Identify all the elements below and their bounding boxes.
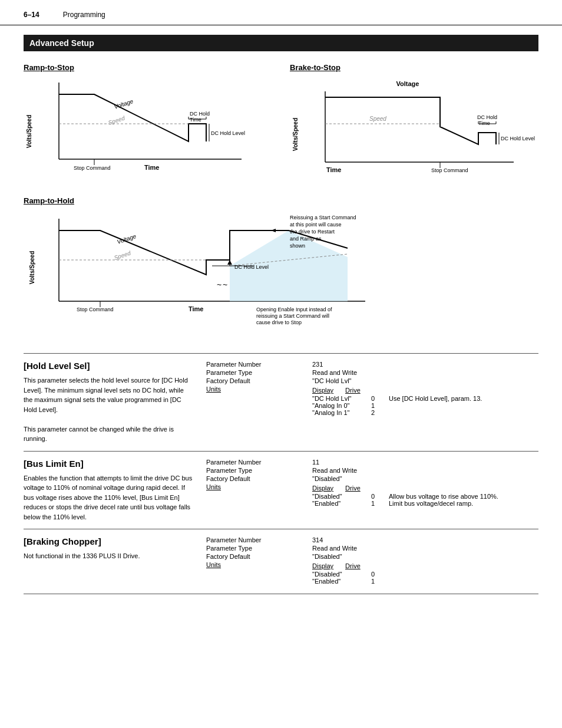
ramp-to-hold-title: Ramp-to-Hold bbox=[24, 196, 538, 205]
svg-text:at this point will cause: at this point will cause bbox=[290, 222, 342, 228]
svg-text:Opening Enable Input instead o: Opening Enable Input instead of bbox=[256, 307, 332, 312]
svg-text:Stop Command: Stop Command bbox=[77, 307, 114, 312]
svg-text:~: ~ bbox=[217, 280, 222, 289]
svg-text:reissuing a Start Command will: reissuing a Start Command will bbox=[256, 313, 329, 319]
display-col-header: Display bbox=[312, 387, 333, 394]
svg-text:the drive to Restart: the drive to Restart bbox=[290, 229, 335, 235]
drive-col-header-2: Drive bbox=[345, 485, 361, 492]
svg-text:Speed: Speed bbox=[113, 249, 131, 261]
param-left-braking-chopper: [Braking Chopper] Not functional in the … bbox=[24, 536, 206, 587]
svg-text:Time: Time bbox=[189, 305, 203, 312]
param-title-hold-level-sel: [Hold Level Sel] bbox=[24, 361, 194, 371]
svg-text:shown: shown bbox=[290, 243, 305, 249]
brake-to-stop-title: Brake-to-Stop bbox=[290, 63, 538, 72]
factory-default-value: "DC Hold Lvl" bbox=[312, 377, 352, 384]
units-label-3: Units bbox=[206, 561, 221, 569]
param-type-value: Read and Write bbox=[312, 369, 357, 376]
units-table-bus: "Disabled" 0 Allow bus voltage to rise a… bbox=[312, 493, 538, 507]
svg-text:Time: Time bbox=[478, 120, 490, 126]
svg-text:Speed: Speed bbox=[369, 116, 386, 122]
factory-default-label-2: Factory Default bbox=[206, 475, 250, 483]
section-title: Advanced Setup bbox=[29, 38, 94, 48]
svg-text:~: ~ bbox=[223, 280, 227, 289]
svg-text:DC Hold Level: DC Hold Level bbox=[501, 136, 535, 141]
param-left-bus-limit-en: [Bus Limit En] Enables the function that… bbox=[24, 459, 206, 522]
svg-text:Speed: Speed bbox=[107, 114, 125, 126]
factory-default-label: Factory Default bbox=[206, 377, 250, 385]
svg-text:DC Hold: DC Hold bbox=[477, 114, 497, 120]
factory-default-value-3: "Disabled" bbox=[312, 553, 342, 560]
ramp-to-stop-svg: Volts/Speed Time Stop Command DC Hold Ti… bbox=[24, 77, 265, 183]
svg-text:Time: Time bbox=[144, 164, 159, 171]
param-type-value-3: Read and Write bbox=[312, 545, 357, 552]
svg-text:cause drive to Stop: cause drive to Stop bbox=[256, 319, 302, 325]
parameters-section: [Hold Level Sel] This parameter selects … bbox=[0, 353, 562, 594]
ramp-to-stop-diagram: Ramp-to-Stop Volts/Speed Time Stop Comma… bbox=[24, 63, 272, 185]
svg-marker-45 bbox=[227, 260, 232, 265]
param-right-hold-level-sel: Parameter Number Parameter Type Factory … bbox=[206, 361, 538, 444]
param-block-braking-chopper: [Braking Chopper] Not functional in the … bbox=[24, 529, 538, 594]
param-right-braking-chopper: Parameter Number Parameter Type Factory … bbox=[206, 536, 538, 587]
svg-text:and Ramp as: and Ramp as bbox=[290, 236, 322, 242]
svg-text:Time: Time bbox=[190, 117, 201, 123]
factory-default-label-3: Factory Default bbox=[206, 552, 250, 561]
page-number: 6–14 bbox=[24, 11, 39, 19]
param-number-label-2: Parameter Number bbox=[206, 458, 262, 466]
ramp-to-stop-title: Ramp-to-Stop bbox=[24, 63, 272, 72]
svg-text:Volts/Speed: Volts/Speed bbox=[29, 251, 35, 285]
top-diagrams-row: Ramp-to-Stop Volts/Speed Time Stop Comma… bbox=[0, 63, 562, 185]
param-right-bus-limit-en: Parameter Number Parameter Type Factory … bbox=[206, 459, 538, 522]
svg-text:Stop Command: Stop Command bbox=[431, 167, 468, 173]
param-block-bus-limit-en: [Bus Limit En] Enables the function that… bbox=[24, 451, 538, 529]
param-type-value-2: Read and Write bbox=[312, 467, 357, 474]
svg-text:Voltage: Voltage bbox=[116, 233, 137, 245]
svg-text:Voltage: Voltage bbox=[396, 80, 419, 87]
param-desc-bus-limit-en: Enables the function that attempts to li… bbox=[24, 473, 194, 522]
param-type-label-2: Parameter Type bbox=[206, 466, 252, 475]
param-title-braking-chopper: [Braking Chopper] bbox=[24, 536, 194, 546]
param-number-value-2: 11 bbox=[312, 459, 319, 466]
svg-text:Volts/Speed: Volts/Speed bbox=[292, 118, 299, 151]
param-block-hold-level-sel: [Hold Level Sel] This parameter selects … bbox=[24, 353, 538, 451]
display-col-header-3: Display bbox=[312, 562, 333, 569]
page-header: 6–14 Programming bbox=[0, 0, 562, 25]
param-title-bus-limit-en: [Bus Limit En] bbox=[24, 459, 194, 469]
param-desc-hold-level-sel: This parameter selects the hold level so… bbox=[24, 375, 194, 444]
svg-text:DC Hold Level: DC Hold Level bbox=[234, 264, 269, 270]
units-label-2: Units bbox=[206, 483, 221, 491]
brake-to-stop-diagram: Brake-to-Stop Voltage Volts/Speed Time S… bbox=[290, 63, 538, 185]
svg-text:Volts/Speed: Volts/Speed bbox=[26, 115, 32, 149]
svg-text:DC Hold Level: DC Hold Level bbox=[211, 130, 245, 136]
param-left-hold-level-sel: [Hold Level Sel] This parameter selects … bbox=[24, 361, 206, 444]
svg-text:Voltage: Voltage bbox=[113, 98, 134, 110]
param-number-value-3: 314 bbox=[312, 536, 323, 543]
svg-text:Stop Command: Stop Command bbox=[74, 165, 111, 171]
svg-marker-56 bbox=[271, 229, 276, 232]
param-number-label: Parameter Number bbox=[206, 360, 262, 368]
units-table-hold: "DC Hold Lvl" 0 Use [DC Hold Level], par… bbox=[312, 395, 538, 416]
page-title: Programming bbox=[63, 11, 105, 19]
param-number-label-3: Parameter Number bbox=[206, 536, 262, 544]
param-number-value: 231 bbox=[312, 361, 323, 368]
param-type-label-3: Parameter Type bbox=[206, 544, 252, 552]
drive-col-header: Drive bbox=[345, 387, 361, 394]
param-desc-braking-chopper: Not functional in the 1336 PLUS II Drive… bbox=[24, 551, 194, 561]
ramp-to-hold-svg: Volts/Speed Time Stop Command ~ ~ DC Hol… bbox=[24, 210, 536, 340]
units-label: Units bbox=[206, 385, 221, 393]
svg-text:DC Hold: DC Hold bbox=[190, 111, 210, 117]
ramp-to-hold-section: Ramp-to-Hold Volts/Speed Time Stop Comma… bbox=[0, 196, 562, 341]
param-type-label: Parameter Type bbox=[206, 368, 252, 377]
factory-default-value-2: "Disabled" bbox=[312, 475, 342, 482]
svg-text:Time: Time bbox=[326, 166, 341, 173]
display-col-header-2: Display bbox=[312, 485, 333, 492]
svg-text:Reissuing a Start Command: Reissuing a Start Command bbox=[290, 215, 356, 220]
section-header: Advanced Setup bbox=[24, 35, 538, 51]
brake-to-stop-svg: Voltage Volts/Speed Time Stop Command Sp… bbox=[290, 77, 537, 183]
drive-col-header-3: Drive bbox=[345, 562, 361, 569]
units-table-braking: "Disabled" 0 "Enabled" 1 bbox=[312, 571, 538, 585]
